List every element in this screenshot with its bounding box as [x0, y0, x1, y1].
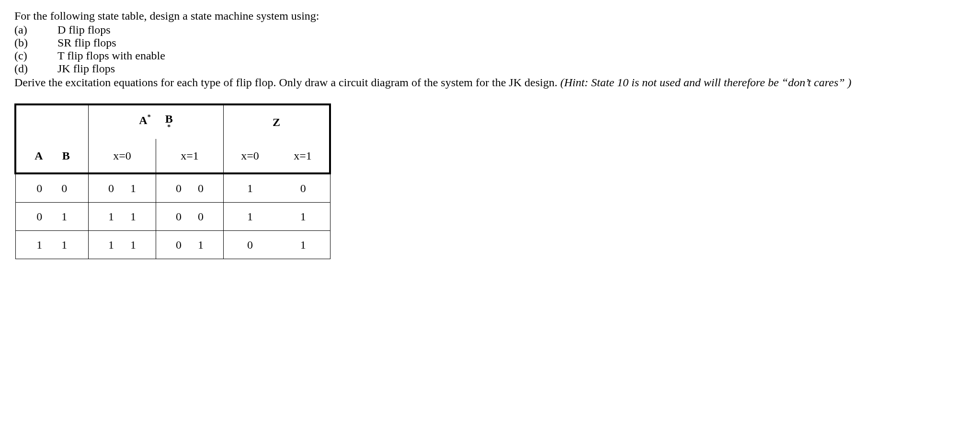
- option-d-label: (d): [14, 62, 57, 75]
- header-A: A: [34, 149, 43, 162]
- header-Z: Z: [224, 104, 330, 139]
- cell-ns1B: 0: [198, 182, 204, 195]
- state-table: A* B * Z A B x=0 x=1 x=0 x=1 0: [14, 103, 331, 259]
- header-zx0: x=0: [224, 139, 277, 173]
- table-row: 0 1 1 1 0 0 1 1: [15, 203, 330, 231]
- option-b-text: SR flip flops: [57, 36, 116, 49]
- header-B-sub: *: [167, 125, 171, 131]
- derive-main: Derive the excitation equations for each…: [14, 76, 560, 89]
- option-a-text: D flip flops: [57, 23, 111, 36]
- cell-ns0A: 1: [108, 210, 114, 223]
- cell-ns1A: 0: [176, 182, 182, 195]
- cell-ns1A: 0: [176, 239, 182, 251]
- cell-ns0B: 1: [130, 210, 136, 223]
- header-A-star: A: [139, 114, 147, 126]
- table-row: 1 1 1 1 0 1 0 1: [15, 231, 330, 259]
- cell-z1: 0: [276, 173, 330, 203]
- derive-hint: (Hint: State 10 is not used and will the…: [560, 76, 852, 89]
- option-a: (a) D flip flops: [14, 23, 966, 36]
- cell-ns1B: 0: [198, 210, 204, 223]
- cell-A: 1: [36, 239, 42, 251]
- option-c-text: T flip flops with enable: [57, 49, 165, 62]
- header-zx1: x=1: [276, 139, 330, 173]
- cell-z0: 0: [224, 231, 277, 259]
- cell-ns0A: 0: [108, 182, 114, 195]
- cell-z0: 1: [224, 173, 277, 203]
- table-row: 0 0 0 1 0 0 1 0: [15, 173, 330, 203]
- intro-text: For the following state table, design a …: [14, 10, 966, 23]
- cell-z1: 1: [276, 231, 330, 259]
- cell-B: 1: [61, 239, 67, 251]
- header-x0: x=0: [89, 139, 156, 173]
- cell-B: 1: [61, 210, 67, 223]
- cell-ns0B: 1: [130, 182, 136, 195]
- header-empty: [15, 104, 89, 139]
- header-AB: A B: [15, 139, 89, 173]
- option-c-label: (c): [14, 49, 57, 62]
- cell-ns0B: 1: [130, 239, 136, 251]
- cell-A: 0: [36, 210, 42, 223]
- option-c: (c) T flip flops with enable: [14, 49, 966, 62]
- cell-z1: 1: [276, 203, 330, 231]
- option-b: (b) SR flip flops: [14, 36, 966, 49]
- header-B2: B: [62, 149, 70, 162]
- option-d-text: JK flip flops: [57, 62, 115, 75]
- cell-z0: 1: [224, 203, 277, 231]
- cell-ns1B: 1: [198, 239, 204, 251]
- header-x1: x=1: [156, 139, 224, 173]
- cell-A: 0: [36, 182, 42, 195]
- header-B: B: [165, 114, 173, 125]
- header-Z-text: Z: [273, 116, 280, 128]
- options-list: (a) D flip flops (b) SR flip flops (c) T…: [14, 23, 966, 75]
- option-d: (d) JK flip flops: [14, 62, 966, 75]
- cell-ns0A: 1: [108, 239, 114, 251]
- option-a-label: (a): [14, 23, 57, 36]
- header-A-sup: *: [148, 114, 151, 121]
- header-next-state: A* B *: [89, 104, 224, 139]
- cell-ns1A: 0: [176, 210, 182, 223]
- derive-text: Derive the excitation equations for each…: [14, 76, 966, 89]
- option-b-label: (b): [14, 36, 57, 49]
- cell-B: 0: [61, 182, 67, 195]
